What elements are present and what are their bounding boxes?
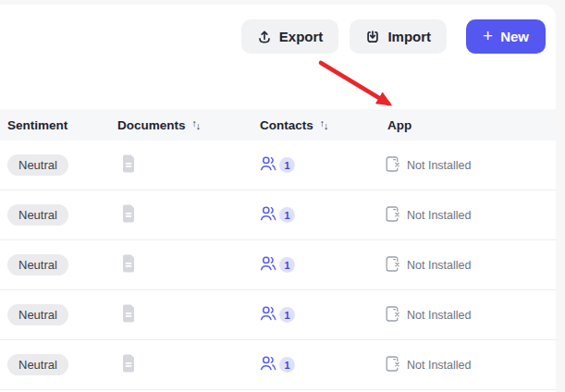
contacts-count-badge: 1 <box>279 307 295 323</box>
contacts-count-badge: 1 <box>279 207 295 223</box>
page: Export Import + New Sen <box>0 0 565 392</box>
document-icon <box>120 304 137 326</box>
app-not-installed-icon <box>386 256 399 275</box>
table-header: Sentiment Documents ↑↓ Contacts ↑↓ App <box>0 109 556 141</box>
sentiment-badge: Neutral <box>7 304 68 325</box>
column-header-sentiment: Sentiment <box>7 118 117 132</box>
sentiment-cell: Neutral <box>7 154 117 176</box>
export-button-label: Export <box>279 29 324 44</box>
table-row[interactable]: Neutral <box>0 290 556 340</box>
app-cell: Not Installed <box>386 356 556 374</box>
documents-cell <box>117 254 260 276</box>
app-cell: Not Installed <box>386 306 556 325</box>
sentiment-badge: Neutral <box>7 204 68 226</box>
toolbar: Export Import + New <box>241 19 546 54</box>
contacts-cell: 1 <box>260 305 387 325</box>
users-icon <box>260 155 276 176</box>
app-status-text: Not Installed <box>407 209 471 222</box>
table-row[interactable]: Neutral <box>0 340 556 390</box>
contacts-cell: 1 <box>260 155 387 176</box>
sort-icon[interactable]: ↑↓ <box>192 120 202 130</box>
app-not-installed-icon <box>386 206 399 225</box>
column-header-contacts[interactable]: Contacts ↑↓ <box>260 118 387 132</box>
sentiment-cell: Neutral <box>7 304 117 325</box>
document-icon <box>120 354 137 376</box>
new-button-label: New <box>500 29 529 44</box>
column-header-label: Sentiment <box>7 118 68 132</box>
contacts-cell: 1 <box>260 205 387 226</box>
sort-icon[interactable]: ↑↓ <box>320 120 329 130</box>
column-header-documents[interactable]: Documents ↑↓ <box>117 118 260 132</box>
app-not-installed-icon <box>386 306 399 325</box>
documents-cell <box>117 154 260 177</box>
document-icon <box>120 254 137 276</box>
import-download-icon <box>365 30 380 44</box>
sentiment-cell: Neutral <box>7 254 117 276</box>
contacts-cell: 1 <box>260 355 387 375</box>
users-icon <box>260 305 276 325</box>
plus-icon: + <box>483 27 493 44</box>
table-row[interactable]: Neutral <box>0 141 556 190</box>
import-button[interactable]: Import <box>350 19 447 54</box>
app-status-text: Not Installed <box>407 359 471 372</box>
table-row[interactable]: Neutral <box>0 190 556 240</box>
document-icon <box>120 154 137 177</box>
import-button-label: Import <box>387 29 431 44</box>
column-header-app: App <box>387 118 556 132</box>
sentiment-cell: Neutral <box>7 354 117 375</box>
users-icon <box>260 255 276 276</box>
app-status-text: Not Installed <box>407 259 471 272</box>
sentiment-badge: Neutral <box>7 354 68 375</box>
sentiment-cell: Neutral <box>7 204 117 226</box>
app-cell: Not Installed <box>386 256 556 275</box>
users-icon <box>260 205 276 226</box>
documents-cell <box>117 204 260 227</box>
users-icon <box>260 355 276 375</box>
column-header-label: Documents <box>117 118 186 132</box>
app-cell: Not Installed <box>386 156 556 175</box>
contacts-count-badge: 1 <box>279 357 295 373</box>
new-button[interactable]: + New <box>466 19 546 54</box>
documents-cell <box>117 354 260 376</box>
contacts-count-badge: 1 <box>279 257 295 273</box>
app-not-installed-icon <box>386 356 399 374</box>
column-header-label: App <box>387 118 411 132</box>
app-not-installed-icon <box>386 156 399 175</box>
export-upload-icon <box>257 30 272 44</box>
table-body: Neutral <box>0 141 556 390</box>
app-cell: Not Installed <box>386 206 556 225</box>
app-status-text: Not Installed <box>407 309 471 322</box>
documents-cell <box>117 304 260 326</box>
document-icon <box>120 204 137 227</box>
sentiment-badge: Neutral <box>7 154 68 176</box>
app-status-text: Not Installed <box>407 159 471 172</box>
column-header-label: Contacts <box>260 118 313 132</box>
sentiment-badge: Neutral <box>7 254 68 276</box>
export-button[interactable]: Export <box>241 19 339 54</box>
contacts-cell: 1 <box>260 255 387 276</box>
content-card: Export Import + New Sen <box>0 5 556 392</box>
table-row[interactable]: Neutral <box>0 240 556 290</box>
contacts-count-badge: 1 <box>279 157 295 173</box>
